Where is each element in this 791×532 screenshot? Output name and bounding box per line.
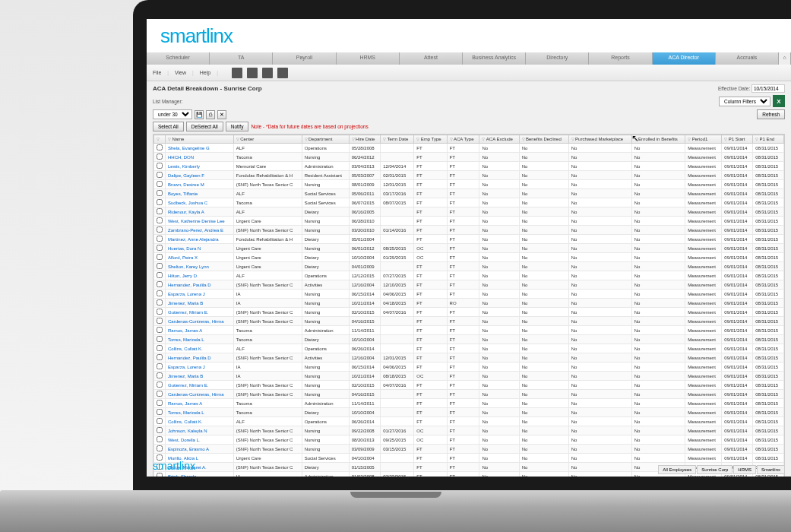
table-row[interactable]: Huertas, Dora NUrgent CareNursing06/01/2… (154, 244, 784, 253)
cell[interactable]: Collins, Collatt K. (166, 344, 234, 353)
row-checkbox[interactable] (157, 299, 163, 306)
table-row[interactable]: Espinoza, Erasmo A(SNF) North Texas Seni… (154, 445, 784, 454)
row-checkbox[interactable] (157, 263, 163, 269)
cell[interactable]: Collins, Collatt K. (166, 417, 234, 426)
row-checkbox[interactable] (157, 409, 163, 415)
table-row[interactable]: Sudbeck, Joshua CTacomaSocial Services06… (154, 198, 784, 207)
cell[interactable]: Hernandez, Paulila D (166, 280, 234, 290)
cell[interactable]: West, Katherine Denise Lee (166, 217, 234, 226)
row-checkbox[interactable] (157, 290, 163, 296)
col-header[interactable]: Hire Date (349, 135, 381, 144)
table-row[interactable]: Zambrano-Perez, Andrea E(SNF) North Texa… (154, 226, 784, 235)
row-checkbox[interactable] (157, 372, 163, 378)
col-header[interactable]: Department (302, 135, 349, 144)
cell[interactable]: Zambrano-Perez, Andrea E (166, 226, 234, 235)
cell[interactable]: Dalipe, Gayleen F (166, 171, 234, 180)
row-checkbox[interactable] (157, 427, 163, 433)
table-row[interactable]: Torres, Maricela LTacomaDietary10/10/200… (154, 408, 784, 417)
table-row[interactable]: Boyes, TiffanieALFSocial Services05/06/2… (154, 189, 784, 198)
table-row[interactable]: Hernandez, Paulila D(SNF) North Texas Se… (154, 280, 784, 290)
row-checkbox[interactable] (157, 208, 163, 214)
delete-icon[interactable]: ✕ (217, 110, 226, 119)
cell[interactable]: Gutierrez, Miriam E. (166, 381, 234, 390)
col-header[interactable]: Benefits Declined (519, 135, 568, 144)
footer-tab[interactable]: All Employees (658, 465, 696, 474)
table-row[interactable]: Johnson, Kaleyla N(SNF) North Texas Seni… (154, 426, 784, 435)
table-row[interactable]: West, Dorella L.(SNF) North Texas Senior… (154, 435, 784, 445)
cell[interactable]: Jimenez, Maria B (166, 299, 234, 308)
cell[interactable]: Esparza, Lorena J (166, 363, 234, 372)
menu-file[interactable]: File (153, 70, 161, 75)
row-checkbox[interactable] (157, 336, 163, 342)
cell[interactable]: Torres, Maricela L (166, 408, 234, 417)
cell[interactable]: Hernandez, Paulila D (166, 353, 234, 363)
footer-tab[interactable]: Sunrise Corp (697, 465, 732, 474)
cell[interactable]: Alford, Petra X (166, 253, 234, 262)
col-header[interactable]: Purchased Marketplace (568, 135, 631, 144)
row-checkbox[interactable] (157, 144, 163, 150)
col-header[interactable]: ACA Exclude (479, 135, 519, 144)
col-header[interactable]: P1 Start (722, 135, 753, 144)
cell[interactable]: Cardenas-Contreras, Hirma (166, 390, 234, 399)
col-header[interactable]: Center (233, 135, 302, 144)
table-row[interactable]: Ramos, James ATacomaAdministration11/14/… (154, 399, 784, 408)
nav-tab-accruals[interactable]: Accruals (716, 52, 779, 65)
table-row[interactable]: Hernandez, Paulila D(SNF) North Texas Se… (154, 353, 784, 363)
row-checkbox[interactable] (157, 345, 163, 351)
col-header[interactable]: Emp Type (414, 135, 447, 144)
select-all-button[interactable]: Select All (153, 122, 184, 131)
row-checkbox[interactable] (157, 163, 163, 169)
row-checkbox[interactable] (157, 226, 163, 233)
row-checkbox[interactable] (157, 236, 163, 242)
nav-tab-hrms[interactable]: HRMS (337, 52, 400, 65)
table-row[interactable]: Esparza, Lorena JIANursing06/15/201404/0… (154, 290, 784, 299)
home-tab-icon[interactable]: ⌂ (779, 52, 791, 65)
list-manager-select[interactable]: under 30 (153, 109, 192, 119)
cell[interactable]: HHCH, DON (166, 153, 234, 162)
cell[interactable]: Johnson, Kaleyla N (166, 426, 234, 435)
cell[interactable]: Ridenour, Kayla A (166, 207, 234, 217)
col-header[interactable]: Name (166, 135, 234, 144)
row-checkbox[interactable] (157, 391, 163, 397)
col-header[interactable]: Period1 (685, 135, 722, 144)
table-row[interactable]: Brown, Desiree M(SNF) North Texas Senior… (154, 180, 784, 189)
cell[interactable]: Torres, Maricela L (166, 335, 234, 344)
cell[interactable]: Martinez, Anne Alejandra (166, 235, 234, 244)
table-row[interactable]: Martinez, Anne AlejandraFondulac Rehabil… (154, 235, 784, 244)
nav-tab-ta[interactable]: TA (210, 52, 273, 65)
footer-tab[interactable]: Smartlinx (757, 465, 785, 474)
table-row[interactable]: Ridenour, Kayla AALFDietary06/16/2005FTF… (154, 207, 784, 217)
row-checkbox[interactable] (157, 281, 163, 287)
deselect-all-button[interactable]: DeSelect All (186, 122, 223, 131)
row-checkbox[interactable] (157, 272, 163, 278)
column-filters-select[interactable]: Column Filters (719, 97, 770, 106)
table-row[interactable]: HHCH, DONTacomaNursing06/24/2012FTFTNoNo… (154, 153, 784, 162)
table-row[interactable]: Lewis, KimberlyMemorial CareAdministrati… (154, 162, 784, 171)
cell[interactable]: Cardenas-Contreras, Hirma (166, 317, 234, 326)
cell[interactable]: Ramos, James A (166, 399, 234, 408)
table-row[interactable]: Jimenez, Maria BIANursing10/21/201404/18… (154, 299, 784, 308)
row-checkbox[interactable] (157, 172, 163, 178)
table-row[interactable]: Dalipe, Gayleen FFondulac Rehabilitation… (154, 171, 784, 180)
menu-view[interactable]: View (175, 70, 186, 75)
nav-tab-aca-director[interactable]: ACA Director (653, 52, 716, 65)
data-grid[interactable]: NameCenterDepartmentHire DateTerm DateEm… (153, 134, 785, 477)
home-icon[interactable] (232, 68, 242, 78)
table-row[interactable]: Gutierrez, Miriam E.(SNF) North Texas Se… (154, 308, 784, 317)
row-checkbox[interactable] (157, 354, 163, 360)
nav-tab-reports[interactable]: Reports (589, 52, 652, 65)
cell[interactable]: Brink, Shanda (166, 472, 234, 477)
col-header[interactable]: Enrolled in Benefits (631, 135, 685, 144)
refresh-button[interactable]: Refresh (757, 109, 785, 119)
table-row[interactable]: Jimenez, Maria BIANursing10/21/201408/18… (154, 372, 784, 381)
cell[interactable]: Hilton, Jerry D. (166, 271, 234, 280)
table-row[interactable]: Hilton, Jerry D.ALFOperations12/12/20150… (154, 271, 784, 280)
cell[interactable]: Huertas, Dora N (166, 244, 234, 253)
cell[interactable]: Ramos, James A (166, 326, 234, 335)
save-icon[interactable]: 💾 (195, 110, 204, 119)
excel-export-icon[interactable]: X (773, 95, 785, 107)
table-row[interactable]: Shela, Evangeline GALFOperations05/28/20… (154, 144, 784, 153)
table-row[interactable]: Alford, Petra XUrgent CareDietary10/10/2… (154, 253, 784, 262)
row-checkbox[interactable] (157, 418, 163, 424)
cell[interactable]: Shela, Evangeline G (166, 144, 234, 153)
